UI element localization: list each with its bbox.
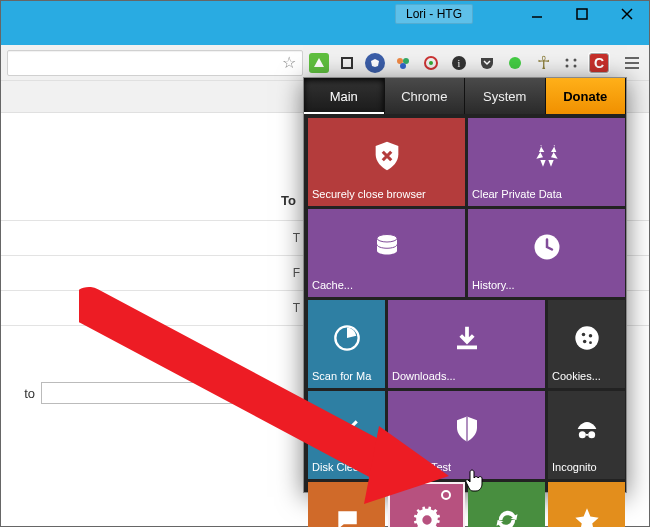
ext-icon-green[interactable]: [309, 53, 329, 73]
window-maximize-button[interactable]: [559, 1, 604, 27]
svg-point-26: [582, 340, 586, 344]
clock-icon: [532, 215, 562, 279]
bookmark-star-icon[interactable]: ☆: [282, 53, 296, 72]
tile-downloads[interactable]: Downloads...: [388, 300, 545, 388]
recycle-icon: [531, 124, 563, 188]
tile-label: Cache...: [312, 279, 461, 291]
extension-button-active[interactable]: C: [589, 53, 609, 73]
ext-icon-dots[interactable]: [561, 53, 581, 73]
field-label: T: [1, 231, 306, 245]
tile-cookies[interactable]: Cookies...: [548, 300, 625, 388]
extension-popup: Main Chrome System Donate Securely close…: [303, 77, 627, 493]
tile-securely-close[interactable]: Securely close browser: [308, 118, 465, 206]
tile-feedback[interactable]: Feedback: [308, 482, 385, 527]
field-label: T: [1, 301, 306, 315]
svg-point-29: [588, 431, 595, 438]
tile-label: Privacy Test: [392, 461, 541, 473]
svg-rect-22: [457, 346, 477, 350]
svg-point-7: [403, 58, 409, 64]
to-input[interactable]: [41, 382, 261, 404]
ext-icon-circle[interactable]: [421, 53, 441, 73]
svg-rect-1: [577, 9, 587, 19]
svg-point-6: [397, 58, 403, 64]
tile-label: Incognito: [552, 461, 621, 473]
incognito-icon: [573, 397, 601, 461]
user-profile-chip[interactable]: Lori - HTG: [395, 4, 473, 24]
svg-point-13: [509, 57, 521, 69]
svg-point-17: [574, 64, 577, 67]
ext-icon-ankh[interactable]: ☥: [533, 53, 553, 73]
notification-dot-icon: [441, 490, 451, 500]
to-label: to: [1, 386, 41, 401]
tile-label: Clear Private Data: [472, 188, 621, 200]
tile-label: Downloads...: [392, 370, 541, 382]
extensions-tray: i ☥ C: [309, 53, 643, 73]
svg-point-10: [429, 61, 433, 65]
svg-point-28: [578, 431, 585, 438]
tile-disk-cleanup[interactable]: Disk Cleanu: [308, 391, 385, 479]
ext-icon-greendot[interactable]: [505, 53, 525, 73]
ext-icon-shield[interactable]: [365, 53, 385, 73]
gear-icon: [413, 488, 441, 527]
field-label: F: [1, 266, 306, 280]
svg-rect-5: [342, 58, 352, 68]
svg-text:i: i: [458, 58, 461, 69]
svg-point-23: [575, 326, 598, 349]
window-minimize-button[interactable]: [514, 1, 559, 27]
star-icon: [573, 488, 601, 527]
tab-chrome[interactable]: Chrome: [385, 78, 466, 114]
ext-icon-square[interactable]: [337, 53, 357, 73]
ext-icon-pocket[interactable]: [477, 53, 497, 73]
shield-x-icon: [370, 124, 404, 188]
svg-point-24: [581, 333, 585, 337]
tile-label: Scan for Ma: [312, 370, 381, 382]
chat-icon: [334, 488, 360, 527]
tile-label: History...: [472, 279, 621, 291]
tab-system[interactable]: System: [465, 78, 546, 114]
tile-scan-malware[interactable]: Scan for Ma: [308, 300, 385, 388]
tile-privacy-test[interactable]: Privacy Test: [388, 391, 545, 479]
chrome-menu-button[interactable]: [621, 53, 643, 73]
window-titlebar: Lori - HTG: [1, 1, 649, 27]
window-close-button[interactable]: [604, 1, 649, 27]
ext-icon-info[interactable]: i: [449, 53, 469, 73]
toolbar: ☆ i ☥ C: [1, 45, 649, 81]
tile-clear-private-data[interactable]: Clear Private Data: [468, 118, 625, 206]
shield-icon: [452, 397, 482, 461]
tab-donate[interactable]: Donate: [546, 78, 627, 114]
tile-check-update[interactable]: Check for U: [468, 482, 545, 527]
tile-rate[interactable]: Rate 5 Stars: [548, 482, 625, 527]
address-bar[interactable]: ☆: [7, 50, 303, 76]
database-icon: [372, 215, 402, 279]
svg-point-14: [566, 58, 569, 61]
cookie-icon: [573, 306, 601, 370]
svg-point-15: [574, 58, 577, 61]
tile-options[interactable]: Options...: [388, 482, 465, 527]
svg-point-16: [566, 64, 569, 67]
tile-label: Disk Cleanu: [312, 461, 381, 473]
tile-incognito[interactable]: Incognito: [548, 391, 625, 479]
svg-point-25: [588, 334, 592, 338]
download-icon: [452, 306, 482, 370]
tile-cache[interactable]: Cache...: [308, 209, 465, 297]
brush-icon: [334, 397, 360, 461]
tab-main[interactable]: Main: [304, 78, 385, 114]
radar-icon: [333, 306, 361, 370]
svg-marker-4: [314, 58, 324, 67]
svg-point-27: [589, 341, 592, 344]
svg-point-8: [400, 63, 406, 69]
tile-label: Cookies...: [552, 370, 621, 382]
ext-icon-multicolor[interactable]: [393, 53, 413, 73]
tile-label: Securely close browser: [312, 188, 461, 200]
tile-history[interactable]: History...: [468, 209, 625, 297]
browser-tab-strip[interactable]: [1, 27, 649, 45]
sync-icon: [493, 488, 521, 527]
